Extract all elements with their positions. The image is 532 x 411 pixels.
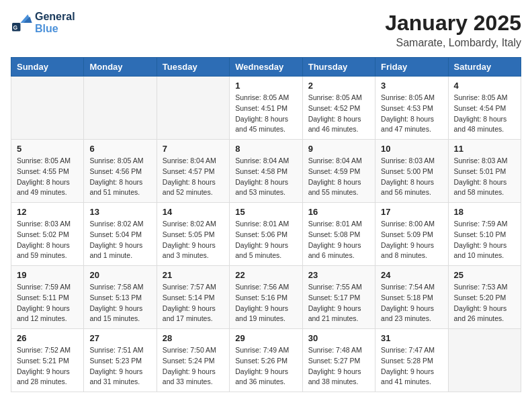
- day-number: 6: [89, 144, 150, 154]
- day-number: 10: [381, 144, 442, 154]
- day-number: 19: [17, 270, 78, 280]
- day-info: Sunrise: 7:51 AM Sunset: 5:23 PM Dayligh…: [89, 345, 150, 387]
- day-info: Sunrise: 8:05 AM Sunset: 4:54 PM Dayligh…: [454, 93, 515, 135]
- month-year-title: January 2025: [385, 11, 521, 36]
- weekday-header-thursday: Thursday: [302, 58, 375, 77]
- calendar-week-2: 5Sunrise: 8:05 AM Sunset: 4:55 PM Daylig…: [11, 140, 521, 203]
- calendar-week-3: 12Sunrise: 8:03 AM Sunset: 5:02 PM Dayli…: [11, 203, 521, 266]
- calendar-cell: 4Sunrise: 8:05 AM Sunset: 4:54 PM Daylig…: [448, 77, 521, 140]
- day-number: 11: [454, 144, 515, 154]
- day-info: Sunrise: 8:05 AM Sunset: 4:53 PM Dayligh…: [381, 93, 442, 135]
- day-info: Sunrise: 8:04 AM Sunset: 4:57 PM Dayligh…: [163, 156, 224, 198]
- calendar-cell: 18Sunrise: 7:59 AM Sunset: 5:10 PM Dayli…: [448, 203, 521, 266]
- calendar-cell: 20Sunrise: 7:58 AM Sunset: 5:13 PM Dayli…: [84, 266, 157, 329]
- calendar-cell: 6Sunrise: 8:05 AM Sunset: 4:56 PM Daylig…: [84, 140, 157, 203]
- calendar-cell: [11, 77, 84, 140]
- title-area: January 2025 Samarate, Lombardy, Italy: [385, 11, 521, 49]
- day-number: 25: [454, 270, 515, 280]
- location-subtitle: Samarate, Lombardy, Italy: [385, 37, 521, 49]
- day-number: 23: [308, 270, 369, 280]
- day-info: Sunrise: 7:57 AM Sunset: 5:14 PM Dayligh…: [163, 282, 224, 324]
- day-info: Sunrise: 7:54 AM Sunset: 5:18 PM Dayligh…: [381, 282, 442, 324]
- calendar-cell: 12Sunrise: 8:03 AM Sunset: 5:02 PM Dayli…: [11, 203, 84, 266]
- day-info: Sunrise: 8:05 AM Sunset: 4:55 PM Dayligh…: [17, 156, 78, 198]
- calendar-cell: [84, 77, 157, 140]
- calendar-cell: 17Sunrise: 8:00 AM Sunset: 5:09 PM Dayli…: [375, 203, 448, 266]
- calendar-table: SundayMondayTuesdayWednesdayThursdayFrid…: [11, 57, 521, 392]
- day-number: 7: [163, 144, 224, 154]
- day-info: Sunrise: 8:03 AM Sunset: 5:02 PM Dayligh…: [17, 219, 78, 261]
- day-number: 5: [17, 144, 78, 154]
- calendar-cell: 25Sunrise: 7:53 AM Sunset: 5:20 PM Dayli…: [448, 266, 521, 329]
- calendar-cell: 22Sunrise: 7:56 AM Sunset: 5:16 PM Dayli…: [230, 266, 302, 329]
- calendar-cell: 13Sunrise: 8:02 AM Sunset: 5:04 PM Dayli…: [84, 203, 157, 266]
- calendar-cell: 2Sunrise: 8:05 AM Sunset: 4:52 PM Daylig…: [302, 77, 375, 140]
- calendar-cell: 28Sunrise: 7:50 AM Sunset: 5:24 PM Dayli…: [157, 329, 229, 392]
- day-info: Sunrise: 7:52 AM Sunset: 5:21 PM Dayligh…: [17, 345, 78, 387]
- day-info: Sunrise: 8:01 AM Sunset: 5:08 PM Dayligh…: [308, 219, 369, 261]
- day-number: 30: [308, 333, 369, 343]
- day-info: Sunrise: 7:56 AM Sunset: 5:16 PM Dayligh…: [235, 282, 296, 324]
- day-number: 4: [454, 81, 515, 91]
- weekday-header-wednesday: Wednesday: [230, 58, 302, 77]
- calendar-cell: 21Sunrise: 7:57 AM Sunset: 5:14 PM Dayli…: [157, 266, 229, 329]
- day-number: 12: [17, 207, 78, 217]
- day-number: 17: [381, 207, 442, 217]
- day-info: Sunrise: 7:49 AM Sunset: 5:26 PM Dayligh…: [235, 345, 296, 387]
- day-info: Sunrise: 8:05 AM Sunset: 4:51 PM Dayligh…: [235, 93, 296, 135]
- day-number: 8: [235, 144, 296, 154]
- day-number: 16: [308, 207, 369, 217]
- logo-text-line1: General: [35, 11, 75, 23]
- day-info: Sunrise: 8:01 AM Sunset: 5:06 PM Dayligh…: [235, 219, 296, 261]
- calendar-cell: 8Sunrise: 8:04 AM Sunset: 4:58 PM Daylig…: [230, 140, 302, 203]
- weekday-header-saturday: Saturday: [448, 58, 521, 77]
- calendar-cell: 11Sunrise: 8:03 AM Sunset: 5:01 PM Dayli…: [448, 140, 521, 203]
- weekday-header-tuesday: Tuesday: [157, 58, 229, 77]
- calendar-cell: 14Sunrise: 8:02 AM Sunset: 5:05 PM Dayli…: [157, 203, 229, 266]
- calendar-cell: 19Sunrise: 7:59 AM Sunset: 5:11 PM Dayli…: [11, 266, 84, 329]
- day-number: 21: [163, 270, 224, 280]
- day-info: Sunrise: 7:58 AM Sunset: 5:13 PM Dayligh…: [89, 282, 150, 324]
- logo-text-line2: Blue: [35, 23, 75, 35]
- day-info: Sunrise: 8:05 AM Sunset: 4:52 PM Dayligh…: [308, 93, 369, 135]
- calendar-cell: [448, 329, 521, 392]
- calendar-cell: 24Sunrise: 7:54 AM Sunset: 5:18 PM Dayli…: [375, 266, 448, 329]
- calendar-cell: 1Sunrise: 8:05 AM Sunset: 4:51 PM Daylig…: [230, 77, 302, 140]
- calendar-week-4: 19Sunrise: 7:59 AM Sunset: 5:11 PM Dayli…: [11, 266, 521, 329]
- day-number: 3: [381, 81, 442, 91]
- day-info: Sunrise: 7:59 AM Sunset: 5:10 PM Dayligh…: [454, 219, 515, 261]
- logo-icon: G: [11, 13, 32, 32]
- day-number: 13: [89, 207, 150, 217]
- calendar-week-1: 1Sunrise: 8:05 AM Sunset: 4:51 PM Daylig…: [11, 77, 521, 140]
- calendar-cell: 9Sunrise: 8:04 AM Sunset: 4:59 PM Daylig…: [302, 140, 375, 203]
- page-header: G General Blue January 2025 Samarate, Lo…: [11, 11, 521, 49]
- day-info: Sunrise: 7:59 AM Sunset: 5:11 PM Dayligh…: [17, 282, 78, 324]
- day-info: Sunrise: 7:48 AM Sunset: 5:27 PM Dayligh…: [308, 345, 369, 387]
- calendar-cell: 7Sunrise: 8:04 AM Sunset: 4:57 PM Daylig…: [157, 140, 229, 203]
- calendar-cell: 31Sunrise: 7:47 AM Sunset: 5:28 PM Dayli…: [375, 329, 448, 392]
- day-number: 14: [163, 207, 224, 217]
- day-number: 18: [454, 207, 515, 217]
- weekday-header-monday: Monday: [84, 58, 157, 77]
- logo: G General Blue: [11, 11, 75, 34]
- day-number: 15: [235, 207, 296, 217]
- day-number: 22: [235, 270, 296, 280]
- day-info: Sunrise: 7:55 AM Sunset: 5:17 PM Dayligh…: [308, 282, 369, 324]
- day-info: Sunrise: 7:50 AM Sunset: 5:24 PM Dayligh…: [163, 345, 224, 387]
- calendar-cell: 30Sunrise: 7:48 AM Sunset: 5:27 PM Dayli…: [302, 329, 375, 392]
- day-number: 9: [308, 144, 369, 154]
- calendar-cell: 5Sunrise: 8:05 AM Sunset: 4:55 PM Daylig…: [11, 140, 84, 203]
- calendar-cell: 29Sunrise: 7:49 AM Sunset: 5:26 PM Dayli…: [230, 329, 302, 392]
- weekday-header-row: SundayMondayTuesdayWednesdayThursdayFrid…: [11, 58, 521, 77]
- day-info: Sunrise: 8:03 AM Sunset: 5:00 PM Dayligh…: [381, 156, 442, 198]
- calendar-cell: 23Sunrise: 7:55 AM Sunset: 5:17 PM Dayli…: [302, 266, 375, 329]
- day-info: Sunrise: 8:04 AM Sunset: 4:59 PM Dayligh…: [308, 156, 369, 198]
- day-number: 29: [235, 333, 296, 343]
- calendar-cell: 15Sunrise: 8:01 AM Sunset: 5:06 PM Dayli…: [230, 203, 302, 266]
- day-number: 24: [381, 270, 442, 280]
- calendar-cell: [157, 77, 229, 140]
- calendar-cell: 27Sunrise: 7:51 AM Sunset: 5:23 PM Dayli…: [84, 329, 157, 392]
- day-number: 1: [235, 81, 296, 91]
- calendar-week-5: 26Sunrise: 7:52 AM Sunset: 5:21 PM Dayli…: [11, 329, 521, 392]
- calendar-cell: 26Sunrise: 7:52 AM Sunset: 5:21 PM Dayli…: [11, 329, 84, 392]
